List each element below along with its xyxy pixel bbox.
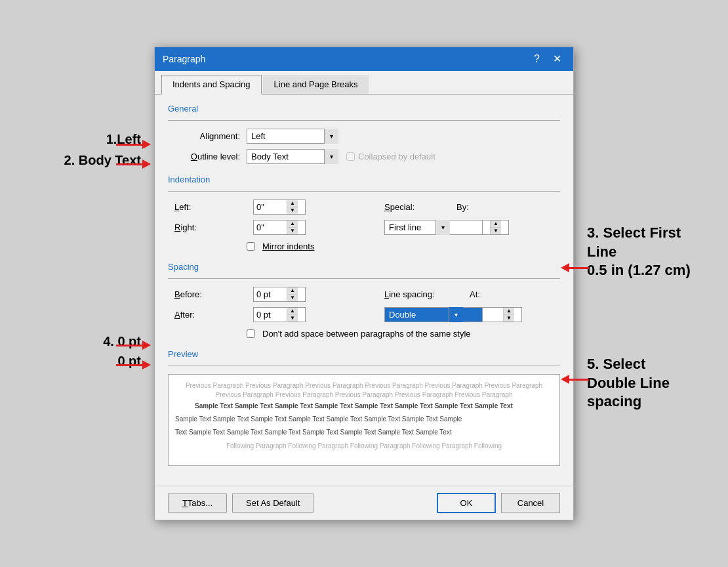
before-input[interactable]	[254, 287, 287, 301]
mirror-indents-checkbox[interactable]	[247, 242, 255, 251]
alignment-select[interactable]: Left	[247, 129, 338, 144]
alignment-row: Alignment: Left ▾	[168, 129, 560, 144]
after-down[interactable]: ▼	[287, 315, 298, 322]
preview-sample: Sample Text Sample Text Sample Text Samp…	[175, 400, 553, 439]
left-indent-up[interactable]: ▲	[287, 200, 298, 207]
right-indent-up[interactable]: ▲	[287, 220, 298, 228]
before-down[interactable]: ▼	[287, 295, 298, 301]
paragraph-dialog: Paragraph ? ✕ Indents and Spacing Line a…	[154, 47, 574, 520]
ok-button[interactable]: OK	[437, 493, 496, 513]
dialog-title: Paragraph	[163, 54, 205, 64]
alignment-select-wrapper: Left ▾	[247, 129, 338, 144]
collapsed-label: Collapsed by default	[358, 152, 435, 161]
after-label: After:	[174, 310, 247, 320]
tab-line-page-breaks[interactable]: Line and Page Breaks	[263, 75, 369, 94]
by-label: By:	[456, 202, 509, 212]
left-indent-down[interactable]: ▼	[287, 207, 298, 214]
line-spacing-select[interactable]: Double	[384, 307, 483, 322]
right-indent-label: Right:	[174, 222, 247, 232]
outline-select-wrapper: Body Text ▾	[247, 149, 338, 164]
dialog-content: General Alignment: Left ▾ Outline level:	[155, 94, 573, 486]
general-section: General Alignment: Left ▾ Outline level:	[168, 104, 560, 164]
close-button[interactable]: ✕	[549, 52, 565, 66]
mirror-indents-row: Mirror indents	[247, 242, 560, 251]
special-select-wrapper: First line ▾	[384, 220, 450, 235]
annotation-right-5: 5. Select Double Line spacing	[587, 355, 670, 411]
line-spacing-select-wrapper: Double ▾	[384, 307, 463, 322]
preview-section: Preview Previous Paragraph Previous Para…	[168, 349, 560, 466]
spacing-label: Spacing	[168, 262, 560, 272]
by-down[interactable]: ▼	[491, 228, 501, 234]
footer-right: OK Cancel	[437, 493, 560, 513]
tab-indents-spacing[interactable]: Indents and Spacing	[161, 75, 262, 94]
dialog-footer: TTabs... Set As Default OK Cancel	[155, 486, 573, 520]
footer-left: TTabs... Set As Default	[168, 494, 313, 513]
before-up[interactable]: ▲	[287, 287, 298, 295]
collapsed-checkbox[interactable]	[346, 152, 355, 161]
right-indent-input[interactable]	[254, 220, 287, 234]
dialog-titlebar: Paragraph ? ✕	[155, 47, 573, 71]
mirror-indents-label: Mirror indents	[262, 242, 314, 251]
after-input[interactable]	[254, 308, 287, 322]
dont-add-space-checkbox[interactable]	[247, 329, 255, 338]
dont-add-space-row: Don't add space between paragraphs of th…	[247, 329, 560, 339]
before-label: Before:	[174, 289, 247, 299]
tab-bar: Indents and Spacing Line and Page Breaks	[155, 71, 573, 94]
preview-following: Following Paragraph Following Paragraph …	[175, 442, 553, 451]
help-button[interactable]: ?	[530, 52, 544, 66]
line-spacing-label: Line spacing:	[384, 289, 463, 299]
indentation-section: Indentation Left: ▲ ▼	[168, 175, 560, 251]
at-down[interactable]: ▼	[504, 315, 514, 322]
preview-label: Preview	[168, 349, 560, 359]
left-indent-label: Left:	[174, 202, 247, 212]
preview-box: Previous Paragraph Previous Paragraph Pr…	[168, 374, 560, 466]
by-up[interactable]: ▲	[491, 220, 501, 228]
special-select[interactable]: First line	[384, 220, 483, 235]
general-label: General	[168, 104, 560, 114]
preview-previous: Previous Paragraph Previous Paragraph Pr…	[175, 381, 553, 400]
titlebar-controls: ? ✕	[530, 52, 565, 66]
after-spinbox[interactable]: ▲ ▼	[253, 307, 306, 322]
right-indent-spinbox[interactable]: ▲ ▼	[253, 220, 306, 235]
set-default-button[interactable]: Set As Default	[232, 494, 313, 513]
outline-row: Outline level: Body Text ▾ Collapsed by …	[168, 149, 560, 164]
tabs-button[interactable]: TTabs...	[168, 494, 227, 513]
after-up[interactable]: ▲	[287, 308, 298, 315]
outline-select[interactable]: Body Text	[247, 149, 338, 164]
outline-label: Outline level:	[168, 152, 240, 161]
at-up[interactable]: ▲	[504, 308, 514, 315]
before-spinbox[interactable]: ▲ ▼	[253, 287, 306, 302]
dont-add-space-label: Don't add space between paragraphs of th…	[262, 329, 471, 339]
cancel-button[interactable]: Cancel	[501, 493, 560, 513]
alignment-label: Alignment:	[168, 131, 240, 141]
indentation-label: Indentation	[168, 175, 560, 184]
at-label: At:	[470, 289, 522, 299]
spacing-section: Spacing Before: ▲ ▼	[168, 262, 560, 339]
annotation-right-3: 3. Select First Line 0.5 in (1.27 cm)	[587, 224, 691, 280]
left-indent-input[interactable]	[254, 200, 287, 214]
left-indent-spinbox[interactable]: ▲ ▼	[253, 200, 306, 215]
right-indent-down[interactable]: ▼	[287, 228, 298, 234]
special-label: Special:	[384, 202, 450, 212]
